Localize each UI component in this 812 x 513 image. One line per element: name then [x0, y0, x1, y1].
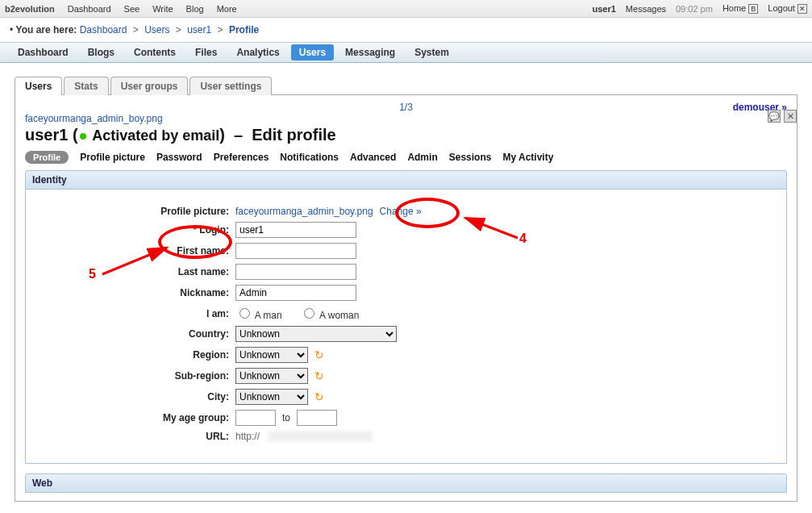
tab-stats[interactable]: Stats [64, 77, 108, 95]
age-to-word: to [282, 412, 290, 423]
breadcrumb-dashboard[interactable]: Dashboard [80, 24, 127, 35]
main-nav: Dashboard Blogs Contents Files Analytics… [0, 42, 812, 63]
nav-files[interactable]: Files [187, 43, 225, 62]
label-region: Region: [34, 349, 235, 361]
age-to-input[interactable] [297, 410, 337, 426]
profile-picture-filename[interactable]: faceyourmanga_admin_boy.png [235, 206, 373, 217]
nav-analytics[interactable]: Analytics [228, 43, 287, 62]
nav-users[interactable]: Users [291, 44, 334, 60]
label-country: Country: [34, 328, 235, 340]
profile-subnav: Profile Profile picture Password Prefere… [25, 151, 787, 164]
country-select[interactable]: Unknown [235, 326, 397, 342]
evobar-logout[interactable]: Logout ✕ [768, 3, 807, 14]
home-icon: B [748, 4, 758, 14]
section-identity-body: Profile picture: faceyourmanga_admin_boy… [25, 190, 787, 464]
label-profile-picture: Profile picture: [34, 206, 235, 217]
label-iam: I am: [34, 308, 235, 319]
tab-usersettings[interactable]: User settings [189, 77, 272, 95]
label-last-name: Last name: [34, 266, 235, 277]
evobar-see[interactable]: See [124, 4, 140, 14]
user-panel: 1/3 demouser » 💬 ✕ faceyourmanga_admin_b… [15, 95, 797, 502]
evobar-write[interactable]: Write [152, 4, 173, 14]
label-age: My age group: [34, 412, 235, 423]
pnav-my-activity[interactable]: My Activity [502, 152, 553, 163]
url-blurred [268, 431, 373, 442]
section-web-head: Web [25, 473, 787, 493]
radio-woman-wrap[interactable]: A woman [300, 306, 359, 321]
pager: 1/3 demouser » [25, 102, 787, 113]
pnav-preferences[interactable]: Preferences [214, 152, 269, 163]
avatar-file-link[interactable]: faceyourmanga_admin_boy.png [25, 113, 163, 124]
pnav-sessions[interactable]: Sessions [449, 152, 492, 163]
evobar-blog[interactable]: Blog [186, 4, 204, 14]
radio-man-wrap[interactable]: A man [235, 306, 282, 321]
user-subtabs: Users Stats User groups User settings [15, 76, 797, 95]
city-select[interactable]: Unknown [235, 389, 308, 405]
last-name-input[interactable] [235, 264, 356, 280]
label-city: City: [34, 391, 235, 402]
change-picture-link[interactable]: Change » [380, 206, 422, 217]
tab-usergroups[interactable]: User groups [110, 77, 189, 95]
radio-man[interactable] [239, 308, 250, 319]
refresh-city-icon[interactable]: ↻ [314, 390, 324, 403]
brand-label: b2evolution [5, 4, 55, 14]
label-nickname: Nickname: [34, 287, 235, 298]
page-title: user1 ( Activated by email) – Edit profi… [25, 126, 787, 144]
label-login: Login: [199, 224, 229, 236]
status-dot-icon [80, 133, 86, 140]
login-input[interactable] [235, 222, 356, 238]
label-url: URL: [34, 431, 235, 442]
evobar-username[interactable]: user1 [593, 4, 616, 14]
evobar-home[interactable]: Home B [722, 3, 758, 14]
evobar-more[interactable]: More [217, 4, 237, 14]
subregion-select[interactable]: Unknown [235, 368, 308, 384]
breadcrumb-user1[interactable]: user1 [187, 24, 211, 35]
pnav-advanced[interactable]: Advanced [350, 152, 396, 163]
logout-icon: ✕ [797, 4, 807, 14]
evobar-messages[interactable]: Messages [626, 4, 666, 14]
radio-woman[interactable] [304, 308, 314, 319]
pager-text: 1/3 [399, 102, 413, 113]
breadcrumb: • You are here: Dashboard > Users > user… [0, 18, 812, 42]
nav-contents[interactable]: Contents [126, 43, 184, 62]
comment-icon[interactable]: 💬 [768, 110, 781, 123]
top-toolbar: b2evolution Dashboard See Write Blog Mor… [0, 0, 812, 18]
nickname-input[interactable] [235, 285, 356, 301]
nav-blogs[interactable]: Blogs [80, 43, 123, 62]
title-action: Edit profile [252, 126, 335, 144]
age-from-input[interactable] [235, 410, 276, 426]
tab-users[interactable]: Users [15, 77, 62, 95]
breadcrumb-label: You are here: [16, 24, 77, 35]
pill-profile[interactable]: Profile [25, 151, 69, 164]
title-status: Activated by email [92, 127, 219, 144]
evobar-time: 09:02 pm [676, 4, 713, 14]
label-first-name: First name: [34, 245, 235, 256]
title-user: user1 [25, 126, 68, 144]
close-icon[interactable]: ✕ [784, 110, 797, 123]
region-select[interactable]: Unknown [235, 347, 308, 363]
label-subregion: Sub-region: [34, 370, 235, 382]
nav-system[interactable]: System [406, 43, 457, 62]
refresh-subregion-icon[interactable]: ↻ [314, 369, 324, 382]
nav-messaging[interactable]: Messaging [337, 43, 403, 62]
breadcrumb-users[interactable]: Users [144, 24, 169, 35]
evobar-dashboard[interactable]: Dashboard [68, 4, 111, 14]
section-identity-head: Identity [25, 170, 787, 190]
nav-dashboard[interactable]: Dashboard [10, 43, 77, 62]
pnav-admin[interactable]: Admin [407, 152, 437, 163]
pnav-password[interactable]: Password [156, 152, 202, 163]
first-name-input[interactable] [235, 243, 356, 259]
url-proto: http:// [235, 431, 260, 442]
pnav-profile-picture[interactable]: Profile picture [80, 152, 145, 163]
refresh-region-icon[interactable]: ↻ [314, 348, 324, 361]
pnav-notifications[interactable]: Notifications [280, 152, 339, 163]
breadcrumb-current: Profile [229, 24, 259, 35]
